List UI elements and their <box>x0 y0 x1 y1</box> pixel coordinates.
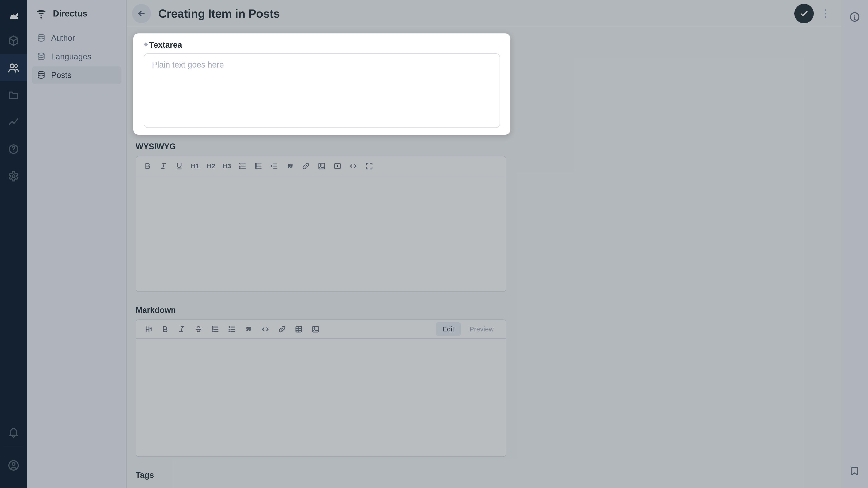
markdown-quote[interactable] <box>241 322 257 336</box>
field-tags: Tags <box>135 470 506 484</box>
collection-list: Author Languages Posts <box>27 27 126 84</box>
svg-point-3 <box>13 151 14 152</box>
rabbit-icon <box>7 9 20 22</box>
rail-profile[interactable] <box>0 452 27 479</box>
database-icon <box>37 52 46 61</box>
collection-label: Posts <box>51 70 71 80</box>
wysiwyg-ul[interactable] <box>251 159 266 173</box>
wysiwyg-body[interactable] <box>136 176 506 291</box>
markdown-italic[interactable] <box>174 322 190 336</box>
collection-author[interactable]: Author <box>32 29 121 47</box>
markdown-bold[interactable] <box>157 322 173 336</box>
wysiwyg-underline[interactable] <box>172 159 187 173</box>
rail-files[interactable] <box>0 81 27 108</box>
table-icon <box>294 325 303 333</box>
wysiwyg-quote[interactable] <box>283 159 298 173</box>
markdown-image[interactable] <box>307 322 324 336</box>
rail-bottom <box>0 419 27 488</box>
main-header: Creating Item in Posts <box>127 0 841 27</box>
arrow-left-icon <box>137 9 146 18</box>
brand-logo[interactable] <box>0 4 27 27</box>
markdown-table[interactable] <box>291 322 307 336</box>
field-label-markdown: Markdown <box>135 305 506 315</box>
wysiwyg-h3[interactable]: H3 <box>219 159 234 173</box>
save-button[interactable] <box>794 4 814 23</box>
wysiwyg-video[interactable] <box>330 159 345 173</box>
field-label-text: WYSIWYG <box>135 142 176 151</box>
markdown-ul[interactable] <box>207 322 223 336</box>
rail-docs[interactable] <box>0 135 27 163</box>
info-icon <box>849 11 860 23</box>
rail-users[interactable] <box>0 54 27 81</box>
image-icon <box>311 325 320 333</box>
markdown-body[interactable] <box>136 339 506 456</box>
field-wysiwyg: WYSIWYG H1 H2 <box>135 142 506 292</box>
bell-icon <box>8 427 19 438</box>
database-icon <box>37 34 46 43</box>
fullscreen-icon <box>365 162 373 170</box>
brand-name: Directus <box>53 9 87 19</box>
more-button[interactable] <box>821 4 830 23</box>
bold-icon <box>161 325 169 333</box>
focus-highlight: ◆ Textarea Plain text goes here <box>133 33 510 135</box>
markdown-ol[interactable] <box>224 322 240 336</box>
wysiwyg-ol[interactable] <box>235 159 250 173</box>
markdown-edit-button[interactable]: Edit <box>436 322 461 336</box>
bookmark-button[interactable] <box>841 463 868 488</box>
brand-row[interactable]: Directus <box>27 0 126 27</box>
wysiwyg-italic[interactable] <box>156 159 171 173</box>
wysiwyg-h1[interactable]: H1 <box>188 159 203 173</box>
markdown-editor: Edit Preview <box>135 320 506 457</box>
field-label-textarea-focused: ◆ Textarea <box>144 40 500 50</box>
check-icon <box>799 8 809 19</box>
avatar-icon <box>8 460 19 471</box>
textarea-input-focused[interactable]: Plain text goes here <box>144 53 500 128</box>
svg-point-1 <box>14 64 18 67</box>
wysiwyg-image[interactable] <box>314 159 329 173</box>
markdown-heading[interactable] <box>140 322 156 336</box>
wysiwyg-fullscreen[interactable] <box>362 159 377 173</box>
more-vertical-icon <box>825 9 827 18</box>
back-button[interactable] <box>132 4 151 23</box>
svg-point-25 <box>314 328 315 329</box>
collection-posts[interactable]: Posts <box>32 66 121 84</box>
wysiwyg-link[interactable] <box>298 159 313 173</box>
collection-label: Languages <box>51 52 91 61</box>
wysiwyg-toolbar: H1 H2 H3 <box>136 156 506 176</box>
link-icon <box>278 325 286 333</box>
rail-notifications[interactable] <box>0 419 27 446</box>
rail-settings[interactable] <box>0 163 27 190</box>
markdown-code[interactable] <box>257 322 274 336</box>
markdown-strike[interactable] <box>190 322 207 336</box>
collection-label: Author <box>51 33 75 43</box>
insights-icon <box>8 116 19 128</box>
heading-icon <box>144 325 153 333</box>
markdown-link[interactable] <box>274 322 290 336</box>
page-title: Creating Item in Posts <box>158 7 280 20</box>
collection-languages[interactable]: Languages <box>32 48 121 66</box>
quote-icon <box>244 325 253 333</box>
ordered-list-icon <box>228 325 236 333</box>
rail-content[interactable] <box>0 27 27 54</box>
wifi-icon <box>35 7 48 20</box>
svg-rect-17 <box>319 163 324 169</box>
svg-point-11 <box>825 9 826 11</box>
svg-point-14 <box>255 163 256 164</box>
wysiwyg-outdent[interactable] <box>267 159 282 173</box>
info-button[interactable] <box>841 4 868 29</box>
wysiwyg-code[interactable] <box>346 159 361 173</box>
rail-insights[interactable] <box>0 108 27 135</box>
wysiwyg-bold[interactable] <box>140 159 155 173</box>
unordered-list-icon <box>254 162 263 170</box>
wysiwyg-h2[interactable]: H2 <box>204 159 218 173</box>
image-icon <box>317 162 326 170</box>
svg-point-4 <box>12 175 15 178</box>
field-label-text: Textarea <box>149 40 182 50</box>
markdown-preview-button[interactable]: Preview <box>463 322 500 336</box>
rail-divider <box>4 446 23 447</box>
link-icon <box>302 162 310 170</box>
field-markdown: Markdown <box>135 305 506 457</box>
bold-icon <box>143 162 152 170</box>
code-icon <box>349 162 358 170</box>
italic-icon <box>159 162 168 170</box>
